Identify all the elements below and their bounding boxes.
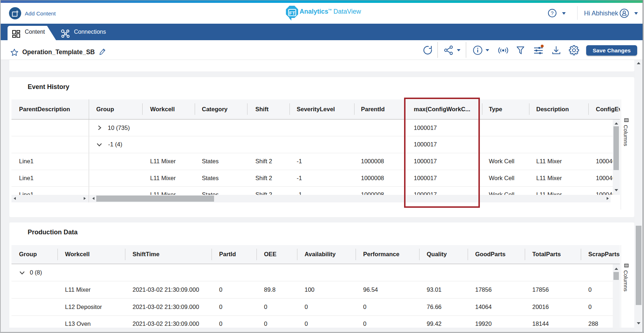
svg-text:?: ? [551,10,554,16]
svg-text:FT: FT [289,10,295,16]
